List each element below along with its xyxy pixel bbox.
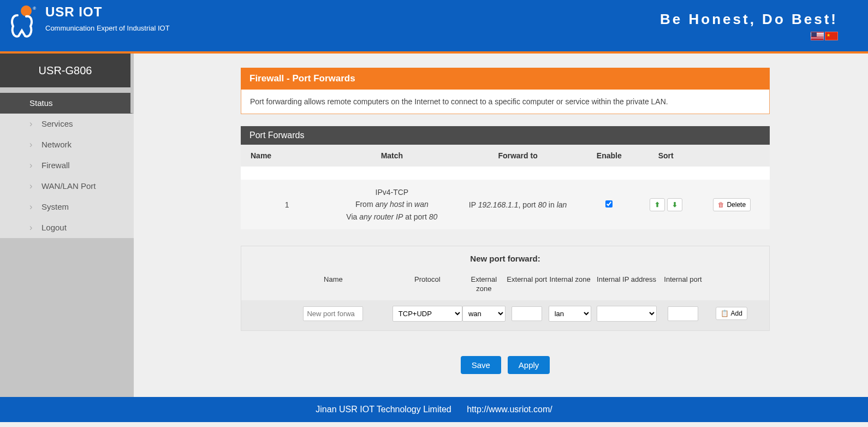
rule-match: IPv4-TCP From any host in wan Via any ro… xyxy=(329,180,455,229)
main-content: Firewall - Port Forwards Port forwarding… xyxy=(134,54,868,397)
nav-status[interactable]: Status xyxy=(0,93,134,114)
nav-wan-lan[interactable]: WAN/LAN Port xyxy=(0,176,134,197)
label-ext-port: External port xyxy=(506,275,549,294)
add-icon: 📋 xyxy=(721,310,729,317)
nav-logout-label: Logout xyxy=(41,223,67,232)
svg-point-0 xyxy=(21,5,32,16)
name-input[interactable] xyxy=(303,306,363,321)
rule-proto: IPv4-TCP xyxy=(335,186,450,198)
label-int-zone: Internal zone xyxy=(549,275,592,294)
new-forward-panel: New port forward: Name Protocol External… xyxy=(241,246,770,331)
port-forwards-table: Name Match Forward to Enable Sort 1 IPv4… xyxy=(241,145,770,229)
footer: Jinan USR IOT Technology Limited http://… xyxy=(0,397,868,422)
rule-forward: IP 192.168.1.1, port 80 in lan xyxy=(455,180,581,229)
nav-logout[interactable]: Logout xyxy=(0,217,134,238)
nav-system[interactable]: System xyxy=(0,197,134,217)
protocol-select[interactable]: TCP+UDP TCP UDP xyxy=(393,306,462,322)
col-enable: Enable xyxy=(581,145,638,167)
section-title: Port Forwards xyxy=(241,126,770,145)
rule-sort: ⬆ ⬇ xyxy=(638,180,694,229)
col-actions xyxy=(694,145,770,167)
ext-port-input[interactable] xyxy=(512,306,542,321)
label-protocol: Protocol xyxy=(393,275,462,294)
page-title: Firewall - Port Forwards xyxy=(241,68,770,90)
rule-via-line: Via any router IP at port 80 xyxy=(335,211,450,223)
nav-system-label: System xyxy=(41,202,69,211)
logo-area: ® USR IOT Communication Expert of Indust… xyxy=(7,4,170,43)
nav-services-label: Services xyxy=(41,119,73,128)
trash-icon: 🗑 xyxy=(718,201,724,209)
footer-link[interactable]: http://www.usriot.com/ xyxy=(467,405,552,414)
save-button[interactable]: Save xyxy=(461,356,501,374)
flag-us[interactable] xyxy=(811,32,824,40)
arrow-up-icon: ⬆ xyxy=(655,201,660,209)
label-int-port: Internal port xyxy=(662,275,705,294)
header: ® USR IOT Communication Expert of Indust… xyxy=(0,0,868,51)
nav-network-label: Network xyxy=(41,140,72,149)
add-button[interactable]: 📋 Add xyxy=(716,307,747,320)
rule-enable xyxy=(581,180,638,229)
footer-company: Jinan USR IOT Technology Limited xyxy=(316,405,451,414)
col-match: Match xyxy=(329,145,455,167)
label-int-ip: Internal IP address xyxy=(591,275,661,294)
rule-name: 1 xyxy=(241,180,329,229)
rule-from-line: From any host in wan xyxy=(335,198,450,210)
device-model: USR-G806 xyxy=(0,54,134,93)
col-name: Name xyxy=(241,145,329,167)
int-port-input[interactable] xyxy=(668,306,698,321)
action-bar: Save Apply xyxy=(241,356,770,374)
nav-status-label: Status xyxy=(29,98,53,108)
label-ext-zone: External zone xyxy=(462,275,506,294)
nav: Status Services Network Firewall WAN/LAN… xyxy=(0,93,134,238)
ext-zone-select[interactable]: wan xyxy=(462,306,506,322)
nav-wan-lan-label: WAN/LAN Port xyxy=(41,181,96,191)
table-row: 1 IPv4-TCP From any host in wan Via any … xyxy=(241,180,770,229)
sidebar: USR-G806 Status Services Network Firewal… xyxy=(0,54,134,397)
arrow-down-icon: ⬇ xyxy=(672,201,677,209)
int-ip-select[interactable] xyxy=(597,306,657,322)
col-forward: Forward to xyxy=(455,145,581,167)
sort-down-button[interactable]: ⬇ xyxy=(667,198,682,211)
nav-firewall-label: Firewall xyxy=(41,161,70,170)
svg-text:®: ® xyxy=(33,6,36,11)
nav-firewall[interactable]: Firewall xyxy=(0,155,134,176)
int-zone-select[interactable]: lan xyxy=(549,306,592,322)
rule-actions: 🗑 Delete xyxy=(694,180,770,229)
brand-title: USR IOT xyxy=(45,4,170,20)
flag-cn[interactable] xyxy=(825,32,838,40)
slogan: Be Honest, Do Best! xyxy=(660,11,838,28)
brand-tagline: Communication Expert of Industrial IOT xyxy=(45,24,170,32)
new-forward-heading: New port forward: xyxy=(241,246,769,271)
page-description: Port forwarding allows remote computers … xyxy=(241,90,770,114)
apply-button[interactable]: Apply xyxy=(508,356,550,374)
delete-button[interactable]: 🗑 Delete xyxy=(713,198,751,211)
col-sort: Sort xyxy=(638,145,694,167)
nav-network[interactable]: Network xyxy=(0,134,134,155)
enable-checkbox[interactable] xyxy=(605,200,613,207)
language-flags xyxy=(811,32,838,40)
label-name: Name xyxy=(274,275,393,294)
sort-up-button[interactable]: ⬆ xyxy=(650,198,665,211)
logo-icon: ® xyxy=(7,4,37,43)
nav-services[interactable]: Services xyxy=(0,114,134,134)
